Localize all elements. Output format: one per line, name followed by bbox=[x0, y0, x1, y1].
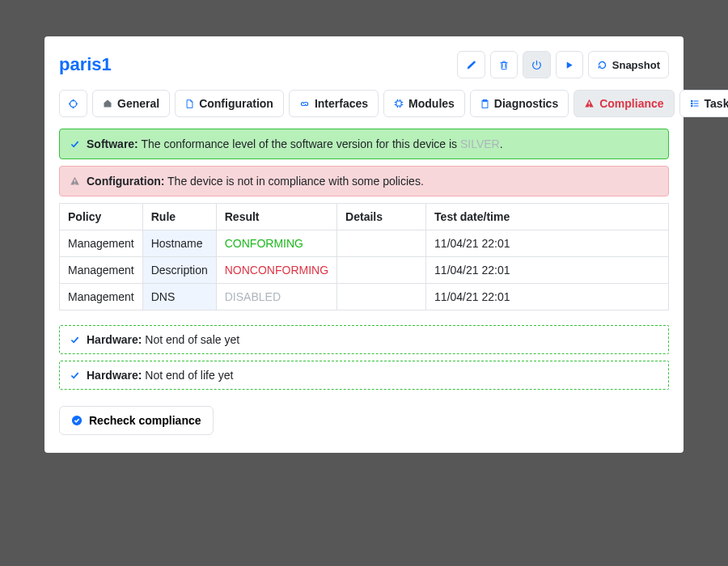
tab-label: Tasks bbox=[705, 97, 728, 110]
cell-policy: Management bbox=[60, 284, 143, 310]
device-panel: paris1 bbox=[44, 36, 684, 453]
svg-rect-1 bbox=[396, 101, 401, 106]
tab-label: Modules bbox=[408, 97, 455, 110]
play-icon bbox=[565, 61, 574, 70]
home-icon bbox=[103, 99, 112, 108]
table-row: Management DNS DISABLED 11/04/21 22:01 bbox=[60, 284, 669, 310]
cell-policy: Management bbox=[60, 230, 143, 257]
refresh-check-icon bbox=[71, 415, 83, 426]
tab-configuration[interactable]: Configuration bbox=[175, 90, 284, 117]
table-row: Management Description NONCONFORMING 11/… bbox=[60, 257, 669, 284]
warning-icon bbox=[584, 99, 595, 108]
th-details: Details bbox=[337, 204, 426, 230]
svg-point-5 bbox=[691, 103, 692, 104]
snapshot-button[interactable]: Snapshot bbox=[588, 51, 669, 78]
svg-point-6 bbox=[691, 105, 692, 107]
list-icon bbox=[690, 99, 700, 108]
trash-icon bbox=[499, 60, 509, 70]
cell-rule: Hostname bbox=[142, 230, 216, 257]
alert-configuration: Configuration: The device is not in comp… bbox=[59, 166, 669, 196]
tab-tasks[interactable]: Tasks bbox=[679, 90, 728, 117]
th-policy: Policy bbox=[60, 204, 143, 230]
tab-general[interactable]: General bbox=[92, 90, 170, 117]
cell-result: NONCONFORMING bbox=[216, 257, 336, 284]
run-button[interactable] bbox=[556, 51, 583, 78]
clipboard-icon bbox=[480, 99, 489, 109]
svg-point-4 bbox=[691, 100, 692, 102]
tab-label: Diagnostics bbox=[494, 97, 558, 110]
cell-date: 11/04/21 22:01 bbox=[426, 284, 669, 310]
header: paris1 bbox=[59, 51, 669, 78]
tab-label: Compliance bbox=[599, 97, 663, 110]
check-icon bbox=[70, 371, 80, 380]
th-result: Result bbox=[216, 204, 336, 230]
hardware-eos: Hardware: Not end of sale yet bbox=[59, 325, 669, 354]
table-header-row: Policy Rule Result Details Test date/tim… bbox=[60, 204, 669, 230]
tab-label: General bbox=[117, 97, 159, 110]
recheck-label: Recheck compliance bbox=[89, 414, 201, 427]
cell-details bbox=[337, 230, 426, 257]
cell-policy: Management bbox=[60, 257, 143, 284]
th-date: Test date/time bbox=[426, 204, 669, 230]
tab-interfaces[interactable]: Interfaces bbox=[289, 90, 379, 117]
tab-label: Configuration bbox=[199, 97, 273, 110]
tabs: General Configuration Interfaces Modules… bbox=[59, 90, 669, 117]
hardware-eol: Hardware: Not end of life yet bbox=[59, 361, 669, 390]
svg-point-0 bbox=[70, 100, 76, 107]
target-icon bbox=[68, 99, 78, 109]
refresh-icon bbox=[597, 60, 607, 70]
tab-diagnostics[interactable]: Diagnostics bbox=[470, 90, 569, 117]
cell-details bbox=[337, 257, 426, 284]
file-icon bbox=[185, 99, 194, 109]
hardware-text: Hardware: Not end of life yet bbox=[87, 369, 233, 382]
tab-modules[interactable]: Modules bbox=[383, 90, 465, 117]
alert-text: Software: The conformance level of the s… bbox=[87, 137, 503, 150]
check-icon bbox=[70, 140, 80, 149]
alert-software: Software: The conformance level of the s… bbox=[59, 129, 669, 159]
link-icon bbox=[299, 99, 310, 108]
cell-rule: DNS bbox=[142, 284, 216, 310]
snapshot-label: Snapshot bbox=[612, 59, 660, 71]
tab-pinned[interactable] bbox=[59, 90, 87, 117]
hardware-text: Hardware: Not end of sale yet bbox=[87, 333, 239, 346]
check-icon bbox=[70, 336, 80, 344]
chip-icon bbox=[394, 99, 404, 108]
cell-date: 11/04/21 22:01 bbox=[426, 230, 669, 257]
header-actions: Snapshot bbox=[457, 51, 669, 78]
cell-details bbox=[337, 284, 426, 310]
alert-text: Configuration: The device is not in comp… bbox=[87, 175, 424, 188]
device-title: paris1 bbox=[59, 54, 112, 75]
edit-button[interactable] bbox=[457, 51, 485, 78]
pencil-icon bbox=[466, 60, 476, 70]
tab-label: Interfaces bbox=[315, 97, 368, 110]
tab-compliance[interactable]: Compliance bbox=[574, 90, 674, 117]
power-button[interactable] bbox=[523, 51, 551, 78]
delete-button[interactable] bbox=[490, 51, 518, 78]
cell-result: CONFORMING bbox=[216, 230, 336, 257]
warning-icon bbox=[70, 176, 80, 186]
cell-rule: Description bbox=[142, 257, 216, 284]
cell-date: 11/04/21 22:01 bbox=[426, 257, 669, 284]
power-icon bbox=[531, 60, 542, 70]
table-row: Management Hostname CONFORMING 11/04/21 … bbox=[60, 230, 669, 257]
recheck-compliance-button[interactable]: Recheck compliance bbox=[59, 406, 214, 435]
cell-result: DISABLED bbox=[216, 284, 336, 310]
compliance-table: Policy Rule Result Details Test date/tim… bbox=[59, 203, 669, 310]
th-rule: Rule bbox=[142, 204, 216, 230]
